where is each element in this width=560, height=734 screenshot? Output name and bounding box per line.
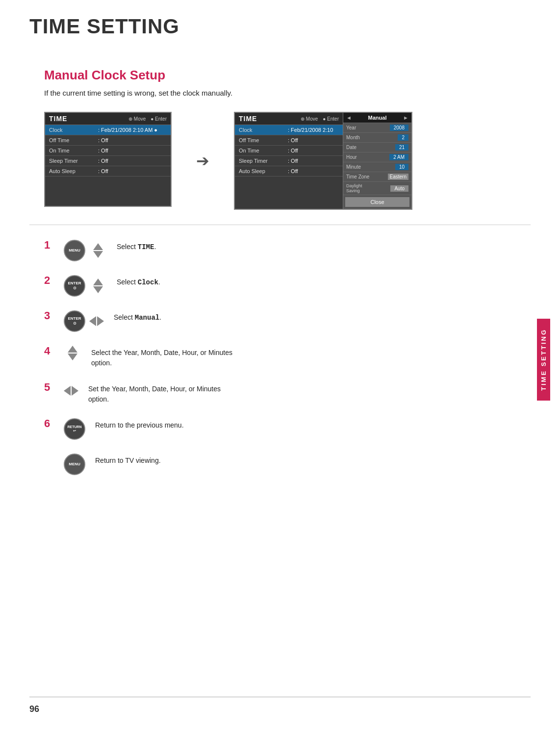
step-4-icons <box>64 346 81 360</box>
step-1-text: Select TIME. <box>117 240 156 253</box>
right-nav: ⊕ Move ● Enter <box>301 116 339 122</box>
r-sleeptimer-row: Sleep Timer : Off <box>235 156 343 166</box>
r-offtime-label: Off Time <box>239 137 288 143</box>
enter-button-2-icon: ENTER⊙ <box>64 310 85 332</box>
bottom-divider <box>29 697 531 697</box>
step-6-number: 6 <box>44 418 54 429</box>
step-4: 4 Select the Year, Month, Date, Hour, or… <box>44 346 516 368</box>
step-6: 6 RETURN↩ Return to the previous menu. <box>44 418 516 440</box>
step-4-number: 4 <box>44 346 54 356</box>
step-5-text: Set the Year, Month, Date, Hour, or Minu… <box>88 382 221 405</box>
step-2-icons: ENTER⊙ <box>64 275 107 297</box>
updown-dpad-icon <box>89 243 107 258</box>
timezone-row: Time Zone Eastern <box>343 172 411 182</box>
page-number: 96 <box>29 704 39 714</box>
step-2: 2 ENTER⊙ Select Clock. <box>44 275 516 297</box>
step-2-text: Select Clock. <box>117 275 160 288</box>
date-row: Date 21 <box>343 143 411 152</box>
hour-label: Hour <box>346 154 357 160</box>
offtime-label: Off Time <box>49 137 98 143</box>
hour-value: 2 AM <box>389 154 408 160</box>
section-desc: If the current time setting is wrong, se… <box>0 89 560 112</box>
r-clock-row: Clock : Feb/21/2008 2:10 <box>235 125 343 135</box>
step-3-text: Select Manual. <box>114 310 161 323</box>
timezone-value: Eastern <box>388 174 408 180</box>
enter-label: ● Enter <box>151 116 167 122</box>
right-move-icon: ⊕ Move <box>301 116 318 122</box>
minute-row: Minute 10 <box>343 162 411 172</box>
r-sleeptimer-value: : Off <box>288 158 298 164</box>
daylight-value: Auto <box>390 185 408 192</box>
date-label: Date <box>346 145 356 150</box>
offtime-row: Off Time : Off <box>45 135 171 146</box>
autosleep-row: Auto Sleep : Off <box>45 166 171 177</box>
screenshots-row: TIME ⊕ Move ● Enter Clock : Feb/21/2008 … <box>0 112 560 210</box>
menu-button-2-icon: MENU <box>64 454 85 475</box>
manual-right-arrow: ► <box>403 115 408 121</box>
month-value: 2 <box>398 134 408 141</box>
page-title: TIME SETTING <box>0 0 560 38</box>
step-7-text: Return to TV viewing. <box>95 454 161 466</box>
manual-settings-panel: ◄ Manual ► Year 2008 Month 2 Date 21 Hou… <box>343 113 411 209</box>
clock-value: : Feb/21/2008 2:10 AM ● <box>98 127 157 133</box>
r-offtime-row: Off Time : Off <box>235 135 343 146</box>
minute-label: Minute <box>346 164 361 170</box>
minute-value: 10 <box>395 164 408 170</box>
step-5: 5 Set the Year, Month, Date, Hour, or Mi… <box>44 382 516 405</box>
right-tv-panel: TIME ⊕ Move ● Enter Clock : Feb/21/2008 … <box>234 112 412 210</box>
manual-label: Manual <box>368 115 387 121</box>
autosleep-label: Auto Sleep <box>49 168 98 174</box>
steps-section: 1 MENU Select TIME. 2 ENTER⊙ Select Cloc… <box>0 235 560 494</box>
step-7-number <box>44 454 54 464</box>
timezone-label: Time Zone <box>346 174 369 179</box>
r-autosleep-row: Auto Sleep : Off <box>235 166 343 177</box>
right-enter-label: ● Enter <box>323 116 339 122</box>
hour-row: Hour 2 AM <box>343 152 411 162</box>
month-row: Month 2 <box>343 133 411 143</box>
r-sleeptimer-label: Sleep Timer <box>239 158 288 164</box>
sleeptimer-label: Sleep Timer <box>49 158 98 164</box>
step-1-number: 1 <box>44 240 54 251</box>
manual-left-arrow: ◄ <box>346 115 352 121</box>
r-ontime-row: On Time : Off <box>235 146 343 156</box>
right-left-side: TIME ⊕ Move ● Enter Clock : Feb/21/2008 … <box>235 113 343 209</box>
year-label: Year <box>346 125 356 130</box>
step-6-text: Return to the previous menu. <box>95 418 184 430</box>
move-icon: ⊕ Move <box>128 116 146 122</box>
daylight-label: DaylightSaving <box>346 183 362 193</box>
sleeptimer-row: Sleep Timer : Off <box>45 156 171 166</box>
ontime-row: On Time : Off <box>45 146 171 156</box>
r-ontime-label: On Time <box>239 148 288 153</box>
right-panel-header: TIME ⊕ Move ● Enter <box>235 113 343 125</box>
left-panel-body: Clock : Feb/21/2008 2:10 AM ● Off Time :… <box>45 125 171 206</box>
step-3-number: 3 <box>44 310 54 321</box>
section-heading: Manual Clock Setup <box>0 38 560 89</box>
step-6-icons: RETURN↩ <box>64 418 85 440</box>
r-autosleep-label: Auto Sleep <box>239 168 288 174</box>
enter-button-icon: ENTER⊙ <box>64 275 85 297</box>
month-label: Month <box>346 135 360 140</box>
right-left-body: Clock : Feb/21/2008 2:10 Off Time : Off … <box>235 125 343 177</box>
left-panel-nav: ⊕ Move ● Enter <box>128 116 167 122</box>
close-button[interactable]: Close <box>345 197 409 207</box>
step-2-number: 2 <box>44 275 54 286</box>
clock-label: Clock <box>49 127 98 133</box>
left-panel-header: TIME ⊕ Move ● Enter <box>45 113 171 125</box>
r-clock-label: Clock <box>239 127 288 133</box>
date-value: 21 <box>395 144 408 151</box>
right-panel-title: TIME <box>239 115 257 123</box>
manual-header: ◄ Manual ► <box>343 113 411 123</box>
step-3-icons: ENTER⊙ <box>64 310 104 332</box>
autosleep-value: : Off <box>98 168 108 174</box>
step-4-text: Select the Year, Month, Date, Hour, or M… <box>91 346 232 368</box>
leftright-dpad-icon <box>89 312 104 330</box>
step-1: 1 MENU Select TIME. <box>44 240 516 261</box>
step-3: 3 ENTER⊙ Select Manual. <box>44 310 516 332</box>
step-5-icons <box>64 382 78 400</box>
r-autosleep-value: : Off <box>288 168 298 174</box>
r-clock-value: : Feb/21/2008 2:10 <box>288 127 333 133</box>
left-panel-title: TIME <box>49 115 67 123</box>
year-row: Year 2008 <box>343 123 411 133</box>
return-button-icon: RETURN↩ <box>64 418 85 440</box>
ontime-label: On Time <box>49 148 98 153</box>
